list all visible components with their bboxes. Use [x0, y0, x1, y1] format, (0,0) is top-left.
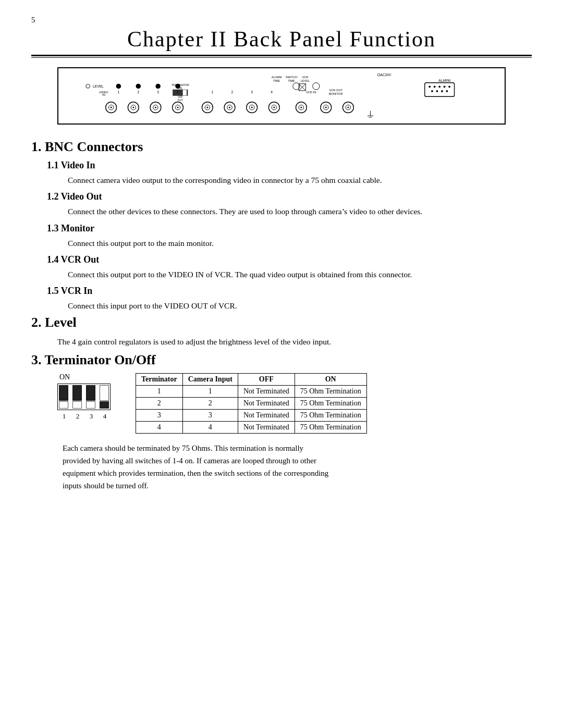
dip-switch-diagram: ON 1 2 3 [57, 373, 115, 421]
svg-text:SWITCH: SWITCH [286, 76, 297, 79]
table-cell: 4 [136, 421, 183, 433]
table-cell: 75 Ohm Termination [295, 409, 366, 421]
section2-body: The 4 gain control regulators is used to… [57, 336, 532, 348]
table-cell: Not Terminated [238, 421, 295, 433]
page-number: 5 [31, 16, 532, 24]
svg-point-71 [175, 84, 180, 89]
table-cell: Not Terminated [238, 385, 295, 397]
svg-text:ALARM: ALARM [438, 79, 450, 82]
section1-2-body: Connect the other devices to these conne… [68, 205, 532, 217]
terminator-area: ON 1 2 3 [57, 373, 532, 434]
dip-switch-2-top [72, 385, 82, 401]
svg-point-32 [111, 107, 112, 108]
svg-point-81 [446, 90, 448, 92]
table-cell: 1 [136, 385, 183, 397]
table-row: 22Not Terminated75 Ohm Termination [136, 397, 367, 409]
panel-diagram: AC24V ALARM TIME SWITCH TIME VCR LEVEL A… [57, 67, 506, 125]
section3-heading: 3. Terminator On/Off [31, 352, 532, 368]
dip-num-1: 1 [58, 412, 70, 421]
svg-text:VCR OUT: VCR OUT [329, 89, 342, 92]
svg-point-10 [86, 84, 90, 89]
dip-num-2: 2 [72, 412, 83, 421]
table-cell: 2 [136, 397, 183, 409]
svg-point-75 [438, 85, 440, 88]
table-cell: 4 [182, 421, 238, 433]
table-row: 11Not Terminated75 Ohm Termination [136, 385, 367, 397]
svg-point-62 [347, 107, 349, 108]
svg-text:ALARM: ALARM [272, 76, 282, 79]
terminator-table: Terminator Camera Input OFF ON 11Not Ter… [136, 373, 367, 434]
section1-1-heading: 1.1 Video In [47, 160, 532, 171]
dip-switch-4-top [100, 385, 109, 401]
dip-switches-row [57, 384, 111, 410]
svg-point-53 [273, 107, 275, 108]
svg-text:1: 1 [212, 90, 214, 94]
svg-point-1 [377, 73, 380, 76]
svg-text:VCR IN: VCR IN [306, 91, 316, 94]
dip-switch-3-bottom [86, 401, 95, 409]
section1-5-heading: 1.5 VCR In [47, 286, 532, 297]
table-cell: 1 [182, 385, 238, 397]
svg-point-68 [116, 84, 121, 89]
table-cell: 75 Ohm Termination [295, 421, 366, 433]
table-cell: Not Terminated [238, 397, 295, 409]
svg-point-44 [206, 107, 208, 108]
section1-3-body: Connect this output port to the main mon… [68, 237, 532, 249]
svg-text:OFF: OFF [178, 96, 183, 98]
svg-text:2: 2 [137, 90, 139, 94]
svg-text:MONITOR: MONITOR [329, 92, 343, 95]
dip-switch-1-top [59, 385, 68, 401]
table-row: 33Not Terminated75 Ohm Termination [136, 409, 367, 421]
svg-text:3: 3 [251, 90, 253, 94]
panel-diagram-svg: AC24V ALARM TIME SWITCH TIME VCR LEVEL A… [64, 71, 499, 118]
section1-4-body: Connect this output port to the VIDEO IN… [68, 268, 532, 280]
svg-point-50 [251, 107, 253, 108]
table-cell: 3 [182, 409, 238, 421]
col-header-off: OFF [238, 373, 295, 385]
table-cell: 75 Ohm Termination [295, 397, 366, 409]
title-rule-bottom [31, 57, 532, 58]
dip-switch-1-bottom [59, 401, 68, 409]
svg-point-77 [448, 85, 450, 88]
svg-point-73 [429, 85, 431, 88]
section1-1-body: Connect camera video output to the corre… [68, 174, 532, 186]
dip-on-label: ON [59, 373, 70, 381]
svg-rect-72 [425, 83, 455, 97]
dip-num-4: 4 [99, 412, 111, 421]
svg-text:TIME: TIME [288, 79, 295, 82]
svg-text:IN: IN [102, 93, 105, 96]
svg-point-70 [155, 84, 160, 89]
svg-point-56 [300, 107, 302, 108]
col-header-on: ON [295, 373, 366, 385]
dip-switch-3-top [86, 385, 95, 401]
svg-point-69 [136, 84, 141, 89]
page-title: Chapter II Back Panel Function [31, 27, 532, 52]
svg-point-35 [132, 107, 134, 108]
table-row: 44Not Terminated75 Ohm Termination [136, 421, 367, 433]
dip-switch-2-bottom [72, 401, 82, 409]
svg-point-47 [229, 107, 230, 108]
svg-point-76 [444, 85, 446, 88]
svg-text:LEVEL: LEVEL [301, 79, 310, 82]
table-cell: 75 Ohm Termination [295, 385, 366, 397]
section1-4-heading: 1.4 VCR Out [47, 254, 532, 265]
dip-numbers-row: 1 2 3 4 [58, 412, 111, 421]
table-cell: 3 [136, 409, 183, 421]
svg-text:4: 4 [271, 90, 273, 94]
dip-switch-unit-3 [85, 384, 96, 410]
dip-switch-unit-1 [58, 384, 69, 410]
svg-point-79 [436, 90, 438, 92]
footer-note: Each camera should be terminated by 75 O… [63, 442, 532, 492]
svg-text:1: 1 [118, 90, 120, 94]
svg-point-38 [155, 107, 156, 108]
table-cell: Not Terminated [238, 409, 295, 421]
svg-text:2: 2 [231, 90, 233, 94]
svg-rect-14 [183, 90, 187, 95]
svg-point-59 [325, 107, 327, 108]
section1-5-body: Connect this input port to the VIDEO OUT… [68, 300, 532, 312]
section1-2-heading: 1.2 Video Out [47, 191, 532, 202]
section1-3-heading: 1.3 Monitor [47, 223, 532, 234]
svg-text:TIME: TIME [273, 79, 280, 82]
section1-heading: 1. BNC Connectors [31, 139, 532, 155]
svg-point-74 [434, 85, 436, 88]
